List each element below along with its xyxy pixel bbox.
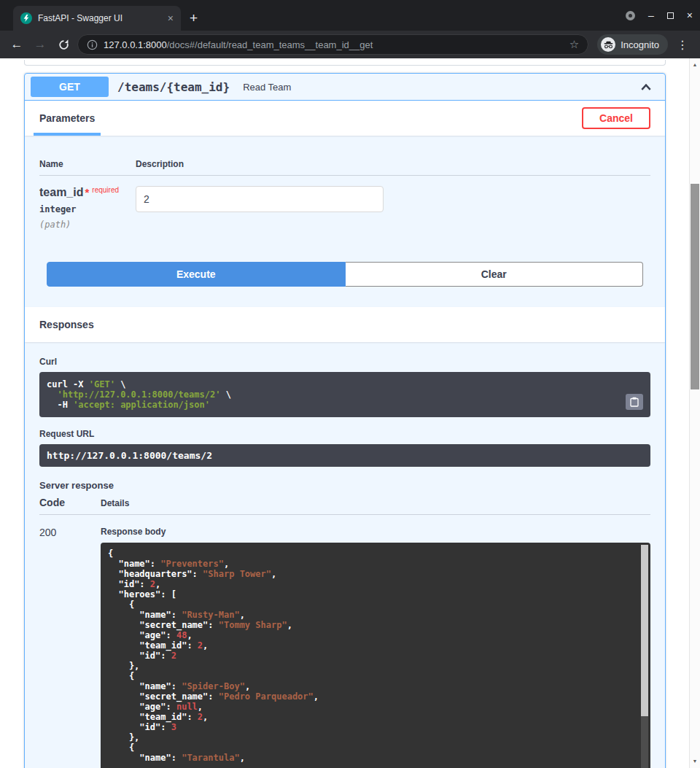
parameter-type: integer — [39, 204, 136, 214]
incognito-label: Incognito — [621, 39, 659, 50]
description-column-header: Description — [136, 159, 650, 169]
curl-code-block: curl -X 'GET' \ 'http://127.0.0.1:8000/t… — [39, 372, 650, 417]
menu-kebab-icon[interactable]: ⋮ — [672, 38, 693, 52]
url-text: 127.0.0.1:8000/docs#/default/read_team_t… — [104, 39, 564, 50]
execute-button[interactable]: Execute — [47, 262, 346, 287]
url-path: /docs#/default/read_team_teams__team_id_… — [167, 39, 373, 50]
response-body-block: { "name": "Preventers", "headquarters": … — [101, 543, 650, 768]
swagger-page: GET /teams/{team_id} Read Team Parameter… — [0, 58, 700, 768]
required-label: required — [92, 186, 119, 194]
previous-opblock-bottom-edge — [24, 60, 666, 66]
response-row: 200 Response body { "name": "Preventers"… — [39, 515, 650, 768]
forward-icon[interactable]: → — [31, 37, 50, 52]
copy-to-clipboard-button[interactable] — [626, 394, 643, 410]
cancel-button[interactable]: Cancel — [582, 107, 650, 129]
clear-button[interactable]: Clear — [346, 262, 644, 287]
responses-header: Responses — [25, 307, 665, 342]
collapse-chevron-icon[interactable] — [640, 82, 652, 92]
incognito-badge: Incognito — [597, 34, 668, 55]
browser-window: FastAPI - Swagger UI × + – × ← → 127.0.0… — [0, 0, 700, 768]
parameter-name: team_id — [39, 186, 83, 198]
maximize-button[interactable] — [667, 10, 674, 20]
request-url-label: Request URL — [39, 429, 650, 439]
minimize-button[interactable]: – — [648, 10, 654, 20]
scroll-up-arrow-icon[interactable]: ▲ — [690, 60, 700, 70]
opblock-get-team: GET /teams/{team_id} Read Team Parameter… — [24, 73, 666, 768]
response-json: { "name": "Preventers", "headquarters": … — [108, 548, 633, 763]
required-asterisk: * — [85, 186, 89, 198]
maximize-icon — [667, 12, 674, 19]
window-controls: – × — [626, 0, 693, 31]
url-host: 127.0.0.1:8000 — [104, 39, 167, 50]
endpoint-path: /teams/{team_id} — [117, 80, 230, 94]
response-table-header: Code Details — [39, 497, 650, 515]
endpoint-summary: Read Team — [243, 82, 291, 93]
close-button[interactable]: × — [687, 10, 693, 20]
parameter-location: (path) — [39, 220, 136, 230]
tab-title: FastAPI - Swagger UI — [38, 13, 162, 23]
address-bar[interactable]: 127.0.0.1:8000/docs#/default/read_team_t… — [77, 34, 588, 55]
opblock-summary[interactable]: GET /teams/{team_id} Read Team — [25, 74, 665, 101]
tab-close-icon[interactable]: × — [168, 12, 174, 24]
parameter-meta: team_id*required integer (path) — [39, 186, 136, 230]
server-response-label: Server response — [39, 480, 650, 491]
back-icon[interactable]: ← — [7, 37, 26, 52]
parameters-tab-label: Parameters — [39, 112, 95, 124]
browser-status-icon[interactable] — [626, 11, 635, 20]
browser-toolbar: ← → 127.0.0.1:8000/docs#/default/read_te… — [0, 31, 700, 58]
responses-section: Curl curl -X 'GET' \ 'http://127.0.0.1:8… — [25, 342, 665, 768]
fastapi-favicon-icon — [20, 12, 32, 24]
scroll-down-arrow-icon[interactable]: ▼ — [690, 756, 700, 767]
tab-strip: FastAPI - Swagger UI × + – × — [0, 0, 700, 31]
execute-row: Execute Clear — [47, 262, 643, 287]
name-column-header: Name — [39, 159, 136, 169]
details-column-header: Details — [101, 498, 650, 508]
page-scrollbar[interactable]: ▲ ▼ — [689, 58, 700, 768]
code-column-header: Code — [39, 497, 101, 508]
response-body-scrollbar-thumb[interactable] — [641, 545, 648, 716]
incognito-icon — [601, 37, 615, 52]
tab-parameters[interactable]: Parameters — [34, 101, 101, 136]
status-code: 200 — [39, 527, 101, 768]
browser-tab[interactable]: FastAPI - Swagger UI × — [13, 6, 181, 31]
parameters-table-header: Name Description — [39, 152, 650, 176]
new-tab-button[interactable]: + — [190, 10, 198, 26]
parameter-value-cell — [136, 186, 650, 230]
bookmark-star-icon[interactable]: ☆ — [569, 38, 579, 51]
responses-title: Responses — [39, 319, 94, 330]
response-body-scrollbar[interactable] — [641, 545, 648, 768]
parameter-row: team_id*required integer (path) — [39, 176, 650, 230]
team-id-input[interactable] — [136, 186, 384, 212]
page-scrollbar-thumb[interactable] — [691, 184, 699, 389]
request-url-value: http://127.0.0.1:8000/teams/2 — [39, 444, 650, 467]
curl-label: Curl — [39, 357, 650, 367]
page-content: GET /teams/{team_id} Read Team Parameter… — [24, 58, 666, 768]
parameters-header: Parameters Cancel — [25, 101, 665, 136]
parameters-section: Name Description team_id*required intege… — [25, 136, 665, 287]
response-body-label: Response body — [101, 527, 650, 537]
reload-icon[interactable] — [54, 39, 73, 51]
response-details: Response body { "name": "Preventers", "h… — [101, 527, 650, 768]
site-info-icon[interactable] — [87, 39, 98, 50]
method-badge: GET — [31, 77, 109, 97]
